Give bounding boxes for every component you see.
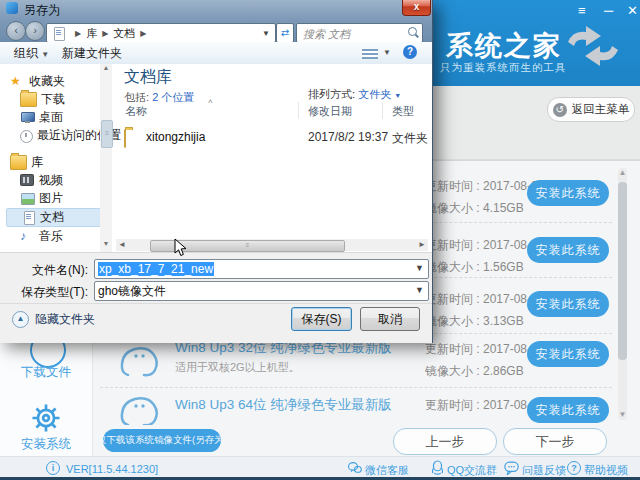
dialog-chrome: 另存为 x ‹ › ▶ 库 ▶ 文档 ▶ ▼ ⇄ 搜索 文档: [0, 0, 432, 42]
nav-label: 图片: [39, 190, 63, 207]
qq-icon: [431, 460, 444, 475]
back-to-main-menu-button[interactable]: ↺ 返回主菜单: [547, 97, 635, 122]
nav-label: 桌面: [39, 109, 63, 126]
combo-caret-icon[interactable]: ▼: [415, 263, 424, 273]
filename-combobox[interactable]: xp_xb_17_7_21_new ▼: [94, 259, 429, 279]
sidebar-item-download[interactable]: 下载文件: [0, 364, 92, 381]
system-title[interactable]: Win8 Up3 64位 纯净绿色专业最新版: [175, 396, 392, 414]
scroll-up-icon[interactable]: ▲: [100, 64, 112, 71]
app-scrollbar-thumb[interactable]: [618, 182, 627, 360]
star-icon: ★: [10, 75, 25, 88]
help-icon[interactable]: ?: [403, 45, 417, 59]
install-system-button[interactable]: 安装此系统: [527, 237, 609, 263]
address-bar[interactable]: ▶ 库 ▶ 文档 ▶ ▼: [46, 23, 276, 43]
next-step-button[interactable]: 下一步: [503, 428, 607, 455]
nav-item-videos[interactable]: 视频: [20, 172, 63, 189]
logo-arrow-icon: [564, 26, 622, 66]
address-dropdown-icon[interactable]: ▼: [262, 29, 270, 38]
arrange-value[interactable]: 文件夹: [358, 88, 391, 100]
feedback-icon: [504, 461, 519, 475]
scroll-right-icon[interactable]: ►: [418, 239, 426, 251]
help-video-link[interactable]: 帮助视频: [584, 463, 628, 478]
file-name[interactable]: xitongzhijia: [146, 130, 205, 144]
save-as-dialog: 另存为 x ‹ › ▶ 库 ▶ 文档 ▶ ▼ ⇄ 搜索 文档 组织 ▼: [0, 0, 433, 343]
dialog-toolbar: 组织 ▼ 新建文件夹 ▼ ?: [0, 42, 432, 65]
mouse-cursor: [174, 238, 188, 258]
prev-step-button[interactable]: 上一步: [393, 428, 497, 455]
forward-button[interactable]: ›: [25, 21, 45, 41]
app-minimize-button[interactable]: ─: [604, 4, 613, 17]
app-scrollbar[interactable]: ▲ ▼: [618, 168, 627, 420]
column-header-type[interactable]: 类型: [392, 104, 414, 119]
includes-label: 包括: 2 个位置: [124, 90, 194, 105]
nav-label: 文档: [40, 209, 64, 226]
qq-group-link[interactable]: QQ交流群: [447, 463, 497, 478]
scroll-down-icon[interactable]: ▼: [618, 410, 627, 420]
nav-item-music[interactable]: ♪音乐: [20, 228, 63, 245]
install-system-button[interactable]: 安装此系统: [527, 341, 609, 367]
search-box[interactable]: 搜索 文档: [296, 23, 423, 43]
nav-item-desktop[interactable]: 桌面: [20, 109, 63, 126]
locations-link[interactable]: 2 个位置: [152, 91, 194, 103]
breadcrumb-arrow-icon: ▶: [70, 29, 86, 38]
nav-scrollbar-thumb[interactable]: ≡: [101, 120, 113, 148]
views-caret-icon[interactable]: ▼: [383, 48, 391, 57]
cancel-button[interactable]: 取消: [360, 307, 420, 331]
views-icon[interactable]: [362, 49, 378, 59]
filename-value[interactable]: xp_xb_17_7_21_new: [98, 262, 214, 276]
organize-menu[interactable]: 组织 ▼: [14, 45, 49, 62]
organize-label: 组织: [14, 46, 38, 60]
library-title: 文档库: [124, 67, 172, 88]
app-close-button[interactable]: ✕: [627, 4, 638, 17]
back-arrow-icon: ↺: [553, 103, 567, 117]
nav-item-libraries[interactable]: 库: [10, 154, 43, 171]
column-separator[interactable]: [382, 102, 383, 119]
row-image-size: 镜像大小 : 4.15GB: [425, 200, 524, 217]
column-header-date[interactable]: 修改日期: [308, 104, 352, 119]
dialog-close-button[interactable]: x: [402, 0, 431, 16]
search-icon: [408, 27, 417, 36]
hide-folders-button[interactable]: ▲ 隐藏文件夹: [12, 311, 95, 328]
nav-item-pictures[interactable]: 图片: [20, 190, 63, 207]
app-menu-icon[interactable]: ≡: [578, 4, 586, 17]
nav-item-documents[interactable]: 文档: [6, 208, 112, 227]
wechat-support-link[interactable]: 微信客服: [365, 463, 409, 478]
install-system-button[interactable]: 安装此系统: [527, 397, 609, 423]
download-only-button[interactable]: 仅下载该系统镜像文件(另存为): [103, 429, 221, 452]
nav-item-favorites[interactable]: ★收藏夹: [10, 73, 65, 90]
gear-icon: [28, 400, 64, 436]
install-system-button[interactable]: 安装此系统: [527, 291, 609, 317]
back-to-main-menu-label: 返回主菜单: [572, 102, 630, 117]
column-separator[interactable]: [298, 102, 299, 119]
refresh-button[interactable]: ⇄: [276, 23, 294, 43]
scroll-left-icon[interactable]: ◄: [118, 239, 126, 251]
file-row[interactable]: xitongzhijia 2017/8/2 19:37 文件夹: [116, 126, 428, 146]
breadcrumb-documents[interactable]: 文档: [113, 26, 135, 41]
save-button[interactable]: 保存(S): [291, 307, 352, 331]
breadcrumb-libraries[interactable]: 库: [86, 26, 97, 41]
filetype-combobox[interactable]: gho镜像文件 ▼: [94, 281, 429, 301]
sidebar-item-install[interactable]: 安装系统: [0, 436, 92, 453]
nav-label: 音乐: [39, 228, 63, 245]
document-icon: [51, 27, 66, 40]
arrange-by-control[interactable]: 排列方式: 文件夹 ▼: [308, 87, 401, 102]
folder-icon: [124, 129, 126, 148]
desktop-icon: [20, 111, 35, 124]
nav-item-downloads[interactable]: 下载: [20, 91, 65, 108]
dialog-footer: 文件名(N): xp_xb_17_7_21_new ▼ 保存类型(T): gho…: [0, 252, 432, 343]
combo-caret-icon[interactable]: ▼: [415, 285, 424, 295]
install-system-button[interactable]: 安装此系统: [527, 180, 609, 206]
arrange-caret-icon: ▼: [394, 92, 401, 99]
nav-scrollbar[interactable]: ▲ ≡ ▼: [100, 64, 112, 252]
row-image-size: 镜像大小 : 3.13GB: [425, 313, 524, 330]
help-icon: ?: [567, 461, 581, 475]
scroll-up-icon[interactable]: ▲: [618, 168, 627, 178]
scroll-down-icon[interactable]: ▼: [100, 240, 112, 247]
feedback-link[interactable]: 问题反馈: [522, 463, 566, 478]
column-header-name[interactable]: 名称: [125, 104, 147, 119]
list-hscrollbar[interactable]: ◄ ≡ ►: [116, 239, 428, 251]
nav-label: 收藏夹: [29, 73, 65, 90]
back-button[interactable]: ‹: [6, 21, 26, 41]
new-folder-button[interactable]: 新建文件夹: [62, 45, 122, 62]
breadcrumb-arrow-icon: ▶: [97, 29, 113, 38]
